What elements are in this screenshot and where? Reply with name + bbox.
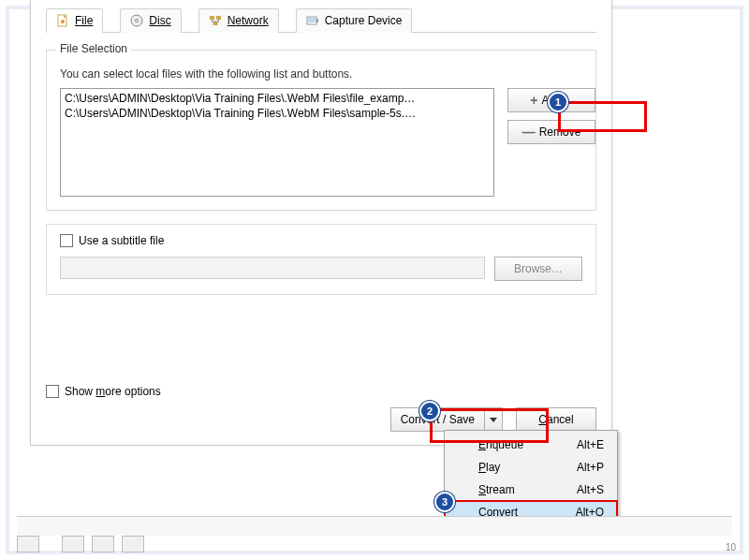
toolbar-button[interactable] xyxy=(62,536,84,553)
browse-button-label: Browse… xyxy=(514,262,563,275)
remove-button[interactable]: — Remove xyxy=(507,120,595,144)
player-toolbar xyxy=(17,536,144,553)
disc-icon xyxy=(130,14,143,27)
subtitle-group: Use a subtitle file Browse… xyxy=(46,224,596,295)
convert-save-dropdown-toggle[interactable] xyxy=(485,407,503,432)
tab-network[interactable]: Network xyxy=(198,8,279,33)
plus-icon: + xyxy=(530,96,537,105)
browse-button: Browse… xyxy=(494,257,582,281)
tab-file[interactable]: File xyxy=(46,8,103,33)
use-subtitle-label: Use a subtitle file xyxy=(79,234,164,247)
use-subtitle-checkbox[interactable]: Use a subtitle file xyxy=(60,234,582,247)
file-list[interactable]: C:\Users\ADMIN\Desktop\Via Training File… xyxy=(60,88,494,197)
menu-item-play[interactable]: Play Alt+P xyxy=(445,456,617,479)
tab-capture-label: Capture Device xyxy=(325,14,403,27)
checkbox-icon xyxy=(60,234,73,247)
svg-point-4 xyxy=(136,20,139,22)
minus-icon: — xyxy=(522,127,536,137)
svg-rect-6 xyxy=(216,16,221,20)
svg-rect-9 xyxy=(308,18,316,22)
chevron-down-icon xyxy=(490,418,497,422)
open-media-dialog: File Disc Network Capture Device xyxy=(30,0,612,446)
menu-accel: Alt+P xyxy=(577,461,604,474)
convert-save-split-button[interactable]: Convert / Save xyxy=(390,407,503,432)
tab-disc-label: Disc xyxy=(149,14,170,27)
capture-icon xyxy=(306,14,319,27)
file-selection-group: File Selection You can select local file… xyxy=(46,50,596,211)
toolbar-button[interactable] xyxy=(122,536,144,553)
show-more-options-label: Show more options xyxy=(65,385,161,398)
file-selection-hint: You can select local files with the foll… xyxy=(60,67,582,81)
list-item[interactable]: C:\Users\ADMIN\Desktop\Via Training File… xyxy=(63,106,492,121)
player-progress-bar[interactable] xyxy=(17,516,732,536)
cancel-button-label: Cancel xyxy=(538,413,573,426)
tab-network-label: Network xyxy=(228,14,269,27)
menu-item-stream[interactable]: Stream Alt+S xyxy=(445,479,617,501)
tab-capture[interactable]: Capture Device xyxy=(296,8,413,33)
tab-bar: File Disc Network Capture Device xyxy=(46,8,596,33)
page-number: 10 xyxy=(726,542,736,553)
checkbox-icon xyxy=(46,385,59,398)
file-selection-legend: File Selection xyxy=(56,42,131,55)
annotation-badge: 2 xyxy=(419,401,440,421)
subtitle-path-input xyxy=(60,257,485,279)
toolbar-button[interactable] xyxy=(17,536,39,553)
menu-accel: Alt+S xyxy=(577,483,604,496)
menu-accel: Alt+E xyxy=(577,438,604,451)
cancel-button[interactable]: Cancel xyxy=(516,407,596,432)
svg-rect-5 xyxy=(210,16,214,20)
tab-disc[interactable]: Disc xyxy=(120,8,181,33)
tab-file-label: File xyxy=(75,14,93,27)
svg-rect-7 xyxy=(213,22,217,25)
toolbar-button[interactable] xyxy=(92,536,114,553)
annotation-badge: 3 xyxy=(434,492,455,512)
network-icon xyxy=(209,14,222,27)
convert-save-menu: Enqueue Alt+E Play Alt+P Stream Alt+S Co… xyxy=(444,430,618,527)
menu-item-enqueue[interactable]: Enqueue Alt+E xyxy=(445,434,617,456)
annotation-badge: 1 xyxy=(548,92,568,112)
svg-point-2 xyxy=(61,20,65,23)
remove-button-label: Remove xyxy=(539,125,581,139)
svg-rect-10 xyxy=(316,19,318,22)
show-more-options-checkbox[interactable]: Show more options xyxy=(46,385,161,398)
file-icon xyxy=(56,14,69,27)
list-item[interactable]: C:\Users\ADMIN\Desktop\Via Training File… xyxy=(63,91,492,106)
